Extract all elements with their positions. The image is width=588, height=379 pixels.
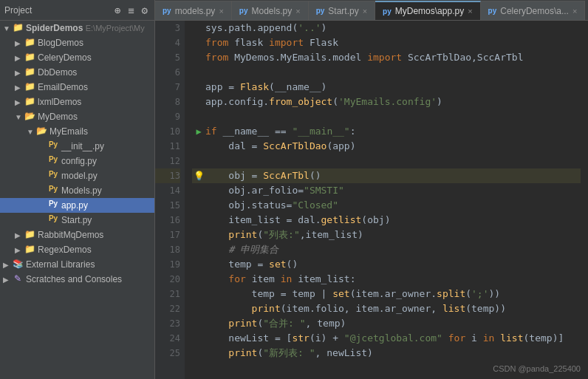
sidebar-item-start[interactable]: Py Start.py <box>0 213 154 228</box>
code-line-7: app = Flask(__name__) <box>192 80 581 95</box>
arrow-regexdemos: ▶ <box>15 246 24 254</box>
code-text-21: temp = temp | set(item.ar_owner.split(';… <box>205 287 581 301</box>
tab-label-celery-py: CeleryDemos\a... <box>500 6 569 16</box>
sidebar-item-config[interactable]: Py config.py <box>0 154 154 168</box>
tab-close-models-py[interactable]: × <box>219 7 223 16</box>
line-num-14: 14 <box>155 183 180 198</box>
collapse-icon[interactable]: ≡ <box>126 4 136 17</box>
tab-close-app-py[interactable]: × <box>468 7 472 16</box>
scratches-icon: ✎ <box>12 273 24 285</box>
py-icon: Py <box>47 185 59 197</box>
tab-label-app-py: MyDemos\app.py <box>395 6 464 16</box>
sidebar-item-emaildemos[interactable]: ▶ 📁 EmailDemos <box>0 80 154 95</box>
sidebar-item-rabbitmqdemos[interactable]: ▶ 📁 RabbitMqDemos <box>0 228 154 242</box>
main-editor-area: py models.py × py Models.py × py Start.p… <box>155 0 588 379</box>
code-text-9 <box>205 109 581 124</box>
tab-celery-py[interactable]: py CeleryDemos\a... × <box>481 1 586 20</box>
sidebar-item-extlib[interactable]: ▶ 📚 External Libraries <box>0 257 154 272</box>
code-editor[interactable]: 3 4 5 6 7 8 9 10 11 12 13 14 15 16 17 18… <box>155 21 588 379</box>
folder-open-icon: 📂 <box>24 111 35 123</box>
sidebar-item-blogdemos[interactable]: ▶ 📁 BlogDemos <box>0 35 154 50</box>
sidebar-label-blogdemos: BlogDemos <box>38 38 83 48</box>
tab-models-cap[interactable]: py Models.py × <box>232 1 309 20</box>
sidebar-item-myemails[interactable]: ▼ 📂 MyEmails <box>0 124 154 139</box>
arrow-mydemos: ▼ <box>15 113 24 121</box>
tab-py-icon: py <box>239 7 248 15</box>
sidebar-item-model[interactable]: Py model.py <box>0 168 154 183</box>
code-text-3: sys.path.append('..') <box>205 21 581 35</box>
code-text-12 <box>205 154 581 168</box>
code-text-14: obj.ar_folio="SMSTI" <box>205 183 581 198</box>
sidebar-label-celerydemos: CeleryDemos <box>38 52 92 63</box>
sidebar-item-lxmldemos[interactable]: ▶ 📁 lxmlDemos <box>0 95 154 109</box>
tab-close-models-cap[interactable]: × <box>295 7 300 16</box>
line-num-18: 18 <box>155 242 180 257</box>
sidebar-item-mydemos[interactable]: ▼ 📂 MyDemos <box>0 109 154 124</box>
code-content[interactable]: sys.path.append('..') from flask import … <box>185 21 588 379</box>
code-line-10: ▶ if __name__ == "__main__": <box>192 124 581 139</box>
code-line-19: temp = set() <box>192 257 581 272</box>
tab-start-py[interactable]: py Start.py × <box>309 1 375 20</box>
arrow-dbdemos: ▶ <box>15 69 24 77</box>
folder-icon: 📁 <box>24 52 35 64</box>
sidebar-icons: ⊕ ≡ ⚙ <box>112 4 150 17</box>
line-num-15: 15 <box>155 198 180 213</box>
sidebar-header: Project ⊕ ≡ ⚙ <box>0 0 154 21</box>
line-num-12: 12 <box>155 154 180 168</box>
code-text-15: obj.status="Closed" <box>205 198 581 213</box>
code-text-6 <box>205 65 581 80</box>
line-num-3: 3 <box>155 21 180 35</box>
folder-icon: 📁 <box>24 81 35 93</box>
sidebar-item-spiderdemos[interactable]: ▼ 📁 SpiderDemos E:\MyProject\My <box>0 21 154 35</box>
line-num-24: 24 <box>155 331 180 346</box>
sidebar-title: Project <box>4 5 32 16</box>
code-text-17: print("列表:",item_list) <box>205 228 581 242</box>
tab-label-start-py: Start.py <box>328 6 358 16</box>
add-icon[interactable]: ⊕ <box>112 4 123 17</box>
code-text-11: dal = SccArTblDao(app) <box>205 139 581 154</box>
line-num-20: 20 <box>155 272 180 287</box>
code-text-16: item_list = dal.getlist(obj) <box>205 213 581 228</box>
tab-py-icon: py <box>163 7 171 15</box>
code-text-24: newList = [str(i) + "@jcetglobal.com" fo… <box>205 331 581 346</box>
tab-models-py[interactable]: py models.py × <box>155 1 232 20</box>
sidebar-item-app[interactable]: Py app.py <box>0 198 154 213</box>
code-text-4: from flask import Flask <box>205 35 581 50</box>
code-line-18: # 申明集合 <box>192 242 581 257</box>
sidebar-item-init[interactable]: Py __init__.py <box>0 139 154 154</box>
folder-icon: 📁 <box>24 229 35 241</box>
sidebar-item-regexdemos[interactable]: ▶ 📁 RegexDemos <box>0 242 154 257</box>
folder-icon: 📁 <box>12 22 24 34</box>
code-line-20: for item in item_list: <box>192 272 581 287</box>
code-line-22: print(item.folio, item.ar_owner, list(te… <box>192 301 581 316</box>
sidebar: Project ⊕ ≡ ⚙ ▼ 📁 SpiderDemos E:\MyProje… <box>0 0 155 379</box>
code-line-13: 💡 obj = SccArTbl() <box>192 168 581 183</box>
code-text-5: from MyDemos.MyEmails.model import SccAr… <box>205 50 581 65</box>
line-numbers: 3 4 5 6 7 8 9 10 11 12 13 14 15 16 17 18… <box>155 21 185 379</box>
tab-py-icon: py <box>383 7 392 16</box>
folder-open-icon: 📂 <box>35 126 47 137</box>
arrow-emaildemos: ▶ <box>15 83 24 92</box>
line-num-17: 17 <box>155 228 180 242</box>
code-line-4: from flask import Flask <box>192 35 581 50</box>
arrow-scratches: ▶ <box>3 276 12 284</box>
line-num-22: 22 <box>155 301 180 316</box>
arrow-extlib: ▶ <box>3 261 12 269</box>
arrow-lxmldemos: ▶ <box>15 98 24 106</box>
tab-close-celery-py[interactable]: × <box>572 7 577 16</box>
code-text-22: print(item.folio, item.ar_owner, list(te… <box>205 301 581 316</box>
sidebar-label-app: app.py <box>61 200 88 211</box>
tab-label-models-cap: Models.py <box>251 6 292 16</box>
sidebar-item-celerydemos[interactable]: ▶ 📁 CeleryDemos <box>0 50 154 65</box>
sidebar-item-scratches[interactable]: ▶ ✎ Scratches and Consoles <box>0 272 154 287</box>
code-line-15: obj.status="Closed" <box>192 198 581 213</box>
sidebar-item-models[interactable]: Py Models.py <box>0 183 154 198</box>
settings-icon[interactable]: ⚙ <box>140 4 150 17</box>
py-icon: Py <box>47 155 59 167</box>
tab-app-py[interactable]: py MyDemos\app.py × <box>375 1 480 20</box>
tab-close-start-py[interactable]: × <box>363 7 367 16</box>
line-num-23: 23 <box>155 316 180 331</box>
sidebar-label-start: Start.py <box>61 215 92 225</box>
py-icon: Py <box>47 140 59 152</box>
sidebar-item-dbdemos[interactable]: ▶ 📁 DbDemos <box>0 65 154 80</box>
